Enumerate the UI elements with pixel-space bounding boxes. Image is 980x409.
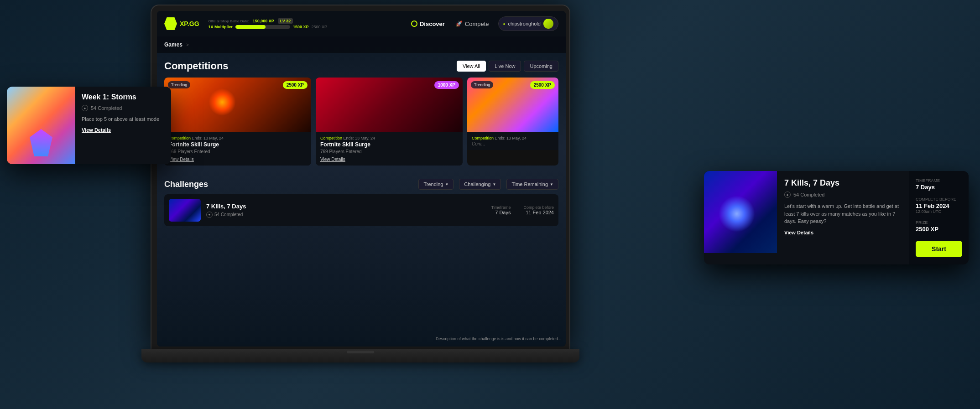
upcoming-btn[interactable]: Upcoming [524,61,558,72]
float-card-week1: Week 1: Storms ● 54 Completed Place top … [7,87,171,164]
laptop-device: XP.GG Official Shop Battle Date: 150,000… [151,5,570,378]
comp-players-1: 769 Players Entered [169,149,307,154]
challenge-name-1: 7 Kills, 7 Days [206,203,486,210]
view-details-2[interactable]: View Details [320,157,458,162]
meta-prize: Prize 2500 XP [916,220,962,233]
time-caret: ▼ [550,182,553,186]
float-card-week1-completed: ● 54 Completed [82,105,165,111]
xp-badge-1: 2500 XP [283,81,308,89]
comp-type-3: Competition Ends: 13 May, 24 [472,136,554,140]
trending-caret: ▼ [445,182,448,186]
comp-card-2-info: Competition Ends: 13 May, 24 Fortnite Sk… [316,132,463,166]
xp-next: 2500 XP [312,25,328,29]
challenge-meta-1: Timeframe 7 Days [491,205,511,215]
trending-badge-1: Trending [168,81,190,88]
xp-current: 1500 XP [293,25,309,29]
trending-dropdown[interactable]: Trending ▼ [418,179,454,190]
comp-card-3-image: Trending 2500 XP [467,78,558,132]
logo-icon [164,17,177,30]
trending-label: Trending [423,181,443,187]
laptop-screen: XP.GG Official Shop Battle Date: 150,000… [157,11,566,347]
comp-card-1-image: Trending 2500 XP [164,78,311,132]
trending-badge-3: Trending [471,81,493,88]
comp-name-2: Fortnite Skill Surge [320,141,458,148]
timeframe-meta-label: Timeframe [916,178,962,183]
challenging-caret: ▼ [492,182,496,186]
float-card-week1-content: Week 1: Storms ● 54 Completed Place top … [75,87,171,164]
float-popup-7kills-view-details[interactable]: View Details [784,230,902,235]
challenging-dropdown[interactable]: Challenging ▼ [459,179,501,190]
xp-bar-row: 1X Multiplier 1500 XP 2500 XP [209,25,328,29]
complete-meta-value: 11 Feb 2024 [916,202,962,209]
complete-before-value: 11 Feb 2024 [526,210,554,215]
view-all-btn[interactable]: View All [457,61,486,72]
nav-discover-label: Discover [420,21,445,27]
username: chipstronghold [508,21,541,26]
comp-players-2: 769 Players Entered [320,149,458,154]
float-popup-7kills-title: 7 Kills, 7 Days [784,178,902,188]
logo-text: XP.GG [180,20,199,27]
xp-progress-track [235,25,290,29]
comp-card-2[interactable]: 1000 XP Competition Ends: 13 May, 24 For… [316,78,463,166]
lv-badge: LV 32 [278,18,293,24]
globe-icon [411,21,417,27]
main-content: Competitions View All Live Now Upcoming … [157,53,566,347]
meta-complete-before: Complete before 11 Feb 2024 12:00am UTC [916,197,962,214]
challenges-header: Challenges Trending ▼ Challenging ▼ Time… [164,179,558,190]
float-card-week1-title: Week 1: Storms [82,93,165,101]
challenge-row-1[interactable]: 7 Kills, 7 Days ● 54 Completed Timeframe… [164,194,558,226]
xp-bar-container: Official Shop Battle Date: 150,000 XP LV… [209,18,328,29]
float-card-completed-icon: ● [82,105,88,111]
view-details-1[interactable]: View Details [169,157,307,162]
competition-cards: Trending 2500 XP Competition Ends: 13 Ma… [164,78,558,166]
challenges-title: Challenges [164,180,208,189]
complete-meta-label: Complete before [916,197,962,202]
multiplier-label: 1X Multiplier [209,25,233,29]
breadcrumb-arrow: > [186,42,189,47]
nav-discover[interactable]: Discover [411,21,445,27]
challenge-thumb-1 [169,199,201,222]
live-now-btn[interactable]: Live Now [489,61,521,72]
nav-compete[interactable]: 🚀 Compete [456,21,489,27]
float-popup-7kills: 7 Kills, 7 Days ● 54 Completed Let's sta… [704,171,969,264]
xp-progress-fill [235,25,266,29]
laptop-hinge [347,351,374,353]
comp-card-3-info: Competition Ends: 13 May, 24 Com... [467,132,558,150]
comp-card-1[interactable]: Trending 2500 XP Competition Ends: 13 Ma… [164,78,311,166]
official-label: Official Shop Battle Date: [209,19,249,23]
user-badge[interactable]: ● chipstronghold [498,16,558,31]
float-card-week1-view-details[interactable]: View Details [82,127,165,133]
xp-amount: 150,000 XP [253,19,274,23]
competitions-header: Competitions View All Live Now Upcoming [164,60,558,72]
nav-compete-label: Compete [465,21,489,27]
logo[interactable]: XP.GG [164,17,199,30]
user-dot: ● [503,22,506,26]
float-card-week1-desc: Place top 5 or above at least mode [82,116,165,123]
prize-meta-label: Prize [916,220,962,225]
section-divider [164,173,558,173]
timeframe-meta-value: 7 Days [916,184,962,191]
breadcrumb-bar: Games > [157,36,566,53]
float-popup-7kills-image [704,171,777,253]
meta-timeframe: Timeframe 7 Days [916,178,962,191]
float-popup-completed-icon: ● [784,192,791,198]
laptop-base [141,349,579,362]
complete-meta-sub: 12:00am UTC [916,209,962,214]
challenge-info-1: 7 Kills, 7 Days ● 54 Completed [206,203,486,218]
comp-card-2-image: 1000 XP [316,78,463,132]
comp-card-1-info: Competition Ends: 13 May, 24 Fortnite Sk… [164,132,311,166]
challenging-label: Challenging [464,181,490,187]
complete-before-label: Complete before [523,205,554,210]
competitions-filter-buttons: View All Live Now Upcoming [457,61,558,72]
xp-badge-3: 2500 XP [530,81,555,89]
start-button[interactable]: Start [916,241,962,257]
comp-card-3[interactable]: Trending 2500 XP Competition Ends: 13 Ma… [467,78,558,166]
time-remaining-dropdown[interactable]: Time Remaining ▼ [506,179,558,190]
float-popup-7kills-meta: Timeframe 7 Days Complete before 11 Feb … [909,171,969,264]
breadcrumb-games[interactable]: Games [164,41,182,48]
challenge-completed-1: ● 54 Completed [206,212,486,218]
xp-bar-top: Official Shop Battle Date: 150,000 XP LV… [209,18,328,24]
prize-meta-value: 2500 XP [916,226,962,233]
float-popup-7kills-desc: Let's start with a warm up. Get into bat… [784,202,902,225]
timeframe-label: Timeframe [491,205,511,210]
